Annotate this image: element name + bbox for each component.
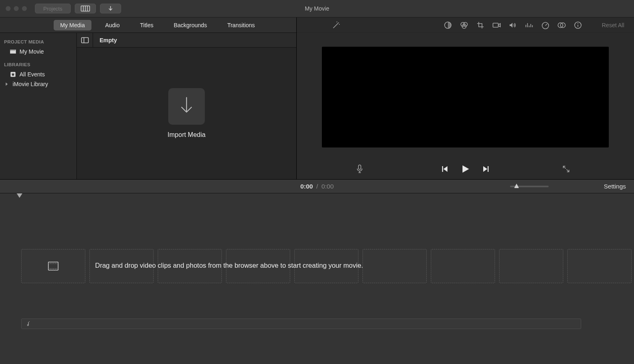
sidebar-icon (81, 37, 89, 43)
sidebar-item-all-events-label: All Events (20, 71, 45, 78)
timecode-display: 0:00 / 0:00 (300, 183, 334, 190)
filmstrip-icon: ♪ (80, 5, 90, 12)
next-frame-button[interactable] (482, 165, 490, 173)
crop-icon[interactable] (476, 21, 485, 30)
import-button[interactable] (100, 4, 121, 13)
filmstrip-icon (48, 262, 59, 271)
info-icon[interactable] (573, 21, 582, 30)
import-media-button[interactable] (168, 88, 205, 125)
timeline-hint: Drag and drop video clips and photos fro… (95, 262, 363, 269)
fullscreen-button[interactable] (562, 165, 571, 173)
playback-controls (441, 164, 490, 174)
timeline-toolbar: 0:00 / 0:00 Settings (0, 180, 634, 193)
tab-backgrounds[interactable]: Backgrounds (167, 20, 213, 30)
clip-placeholder (499, 249, 563, 283)
clip-placeholder (567, 249, 632, 283)
time-separator: / (316, 183, 318, 190)
play-button[interactable] (460, 164, 470, 174)
audio-track[interactable] (21, 318, 581, 329)
svg-point-32 (578, 23, 578, 24)
volume-icon[interactable] (508, 21, 517, 30)
clip-placeholder (363, 249, 427, 283)
previous-frame-button[interactable] (441, 165, 449, 173)
browser-title: Empty (93, 37, 117, 43)
viewer-panel: Reset All (297, 17, 634, 179)
svg-point-16 (337, 22, 337, 22)
svg-rect-5 (10, 51, 16, 54)
projects-button[interactable]: Projects (35, 4, 71, 13)
tab-my-media[interactable]: My Media (54, 20, 91, 30)
sidebar: PROJECT MEDIA My Movie LIBRARIES All Eve… (0, 33, 76, 179)
sidebar-item-project-label: My Movie (20, 48, 44, 55)
sidebar-item-all-events[interactable]: All Events (7, 69, 76, 79)
sidebar-toggle-button[interactable] (77, 33, 93, 48)
svg-rect-12 (81, 37, 88, 43)
color-correction-icon[interactable] (460, 21, 469, 30)
media-browser: Empty Import Media (76, 33, 296, 179)
noise-reduction-icon[interactable] (525, 21, 534, 30)
import-media-label: Import Media (167, 131, 205, 139)
media-tabs: My Media Audio Titles Backgrounds Transi… (0, 17, 296, 33)
voiceover-record-button[interactable] (355, 165, 364, 173)
clip-placeholder (431, 249, 495, 283)
zoom-slider[interactable] (510, 186, 549, 187)
timeline[interactable]: Drag and drop video clips and photos fro… (0, 193, 634, 364)
svg-point-14 (338, 22, 339, 23)
zoom-window-icon[interactable] (22, 6, 27, 11)
transport-controls (297, 159, 634, 179)
clapperboard-icon (10, 49, 16, 54)
sidebar-item-project[interactable]: My Movie (7, 47, 76, 56)
projects-button-label: Projects (43, 6, 63, 12)
total-duration: 0:00 (321, 183, 334, 190)
import-arrow-icon (178, 96, 195, 117)
media-browser-button[interactable]: ♪ (75, 4, 96, 13)
viewer-wrap (297, 33, 634, 159)
window-controls[interactable] (6, 6, 27, 11)
disclosure-triangle-icon[interactable] (6, 82, 8, 86)
left-panel: My Media Audio Titles Backgrounds Transi… (0, 17, 297, 179)
star-box-icon (10, 72, 16, 77)
stabilization-icon[interactable] (492, 21, 501, 30)
sidebar-item-imovie-library-label: iMovie Library (13, 81, 48, 87)
tab-audio[interactable]: Audio (99, 20, 126, 30)
tab-titles[interactable]: Titles (134, 20, 160, 30)
video-viewer[interactable] (322, 47, 609, 147)
upper-panels: My Media Audio Titles Backgrounds Transi… (0, 17, 634, 180)
reset-all-button[interactable]: Reset All (602, 22, 624, 28)
music-note-icon (25, 321, 30, 327)
speed-icon[interactable] (541, 21, 550, 30)
enhance-magic-wand-icon[interactable] (332, 21, 341, 30)
sidebar-header-libraries: LIBRARIES (4, 62, 76, 67)
sidebar-item-imovie-library[interactable]: iMovie Library (3, 79, 76, 89)
toolbar-buttons: Projects ♪ (35, 4, 121, 13)
browser-header: Empty (77, 33, 296, 48)
titlebar: Projects ♪ My Movie (0, 0, 634, 17)
sidebar-header-project-media: PROJECT MEDIA (4, 39, 76, 44)
download-arrow-icon (107, 5, 114, 12)
svg-rect-33 (358, 165, 361, 169)
svg-rect-21 (493, 23, 498, 27)
svg-point-15 (339, 24, 340, 25)
timeline-settings-button[interactable]: Settings (604, 183, 626, 190)
adjustments-toolbar: Reset All (297, 17, 634, 33)
color-balance-icon[interactable] (443, 21, 452, 30)
left-body: PROJECT MEDIA My Movie LIBRARIES All Eve… (0, 33, 296, 179)
clip-filter-icon[interactable] (557, 21, 566, 30)
playhead[interactable] (19, 193, 20, 364)
current-time: 0:00 (300, 183, 313, 190)
tab-transitions[interactable]: Transitions (221, 20, 261, 30)
close-window-icon[interactable] (6, 6, 11, 11)
clip-placeholder (21, 249, 85, 283)
minimize-window-icon[interactable] (14, 6, 19, 11)
browser-body[interactable]: Import Media (77, 48, 296, 179)
